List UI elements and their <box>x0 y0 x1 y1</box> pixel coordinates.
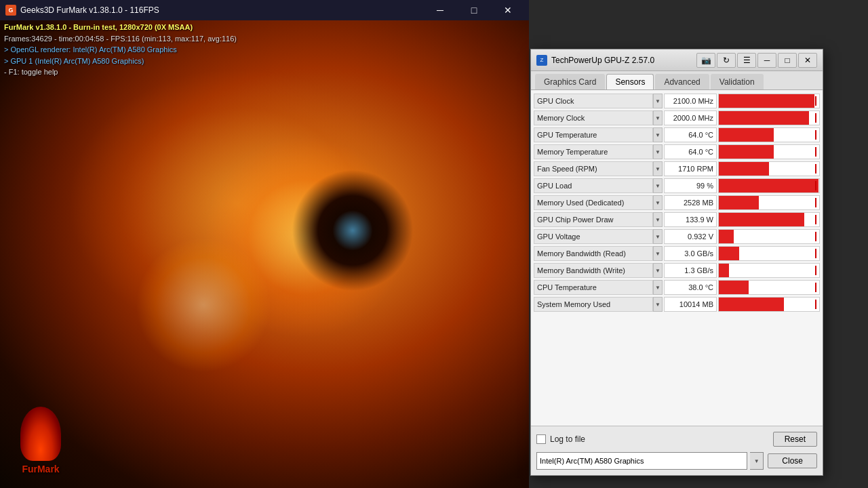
gpu-select-row: Intel(R) Arc(TM) A580 Graphics ▼ Close <box>536 452 817 470</box>
reset-button[interactable]: Reset <box>773 432 817 447</box>
gpuz-window: Z TechPowerUp GPU-Z 2.57.0 📷 ↻ ☰ ─ □ ✕ G… <box>530 49 823 476</box>
sensor-bar <box>719 128 774 142</box>
furmark-info: FurMark v1.38.1.0 - Burn-in test, 1280x7… <box>4 22 237 78</box>
gpuz-minimize-button[interactable]: ─ <box>757 53 776 68</box>
sensor-label: Fan Speed (RPM) <box>534 161 653 176</box>
sensor-name-container: GPU Voltage ▼ <box>534 229 663 244</box>
sensor-bar-container <box>718 246 820 261</box>
sensor-value: 133.9 W <box>664 212 717 227</box>
gpuz-restore-button[interactable]: □ <box>778 53 797 68</box>
sensor-value: 10014 MB <box>664 297 717 312</box>
furmark-info-line1: FurMark v1.38.1.0 - Burn-in test, 1280x7… <box>4 22 237 33</box>
log-row: Log to file Reset <box>536 432 817 447</box>
furmark-window-controls: ─ □ ✕ <box>425 0 524 20</box>
sensor-row: GPU Clock ▼ 2100.0 MHz <box>534 93 820 109</box>
sensor-bar <box>719 196 759 209</box>
sensor-bar <box>719 247 739 260</box>
gpuz-menu-button[interactable]: ☰ <box>737 53 756 68</box>
sensor-peak-line <box>815 164 816 174</box>
sensor-row: GPU Chip Power Draw ▼ 133.9 W <box>534 211 820 228</box>
sensor-bar-container <box>718 212 820 227</box>
furmark-logo: FurMark <box>20 407 61 474</box>
sensor-name-container: GPU Temperature ▼ <box>534 127 663 142</box>
sensor-label: Memory Used (Dedicated) <box>534 195 653 210</box>
sensor-dropdown-8[interactable]: ▼ <box>653 229 663 244</box>
sensor-dropdown-12[interactable]: ▼ <box>653 297 663 312</box>
tab-validation[interactable]: Validation <box>711 74 764 89</box>
gpuz-refresh-button[interactable]: ↻ <box>717 53 736 68</box>
sensor-row: Fan Speed (RPM) ▼ 1710 RPM <box>534 161 820 177</box>
sensor-dropdown-1[interactable]: ▼ <box>653 110 663 125</box>
sensor-label: Memory Bandwidth (Read) <box>534 246 653 261</box>
sensor-bar-container <box>718 94 820 108</box>
tab-advanced[interactable]: Advanced <box>655 74 709 89</box>
sensor-value: 2100.0 MHz <box>664 94 717 108</box>
sensor-dropdown-5[interactable]: ▼ <box>653 178 663 193</box>
sensor-dropdown-10[interactable]: ▼ <box>653 263 663 278</box>
gpuz-bottom-panel: Log to file Reset Intel(R) Arc(TM) A580 … <box>531 426 823 475</box>
furmark-info-line2: Frames:34629 - time:00:04:58 - FPS:116 (… <box>4 33 237 45</box>
sensor-bar-container <box>718 144 820 159</box>
gpuz-camera-button[interactable]: 📷 <box>696 53 715 68</box>
sensor-label: System Memory Used <box>534 297 653 312</box>
gpuz-tab-bar: Graphics Card Sensors Advanced Validatio… <box>531 71 823 90</box>
sensor-peak-line <box>815 96 816 106</box>
furmark-flame-icon <box>20 407 61 461</box>
furmark-titlebar: G Geeks3D FurMark v1.38.1.0 - 116FPS ─ □… <box>0 0 529 20</box>
sensor-row: GPU Load ▼ 99 % <box>534 178 820 194</box>
sensor-peak-line <box>815 198 816 207</box>
gpu-selector[interactable]: Intel(R) Arc(TM) A580 Graphics <box>536 452 747 470</box>
sensor-label: GPU Chip Power Draw <box>534 212 653 227</box>
sensor-name-container: CPU Temperature ▼ <box>534 280 663 295</box>
sensor-bar-container <box>718 127 820 142</box>
sensor-name-container: Fan Speed (RPM) ▼ <box>534 161 663 176</box>
sensor-peak-line <box>815 283 816 292</box>
furmark-info-line3: > OpenGL renderer: Intel(R) Arc(TM) A580… <box>4 44 237 56</box>
sensor-bar <box>719 298 784 311</box>
sensor-row: GPU Temperature ▼ 64.0 °C <box>534 127 820 143</box>
sensor-dropdown-11[interactable]: ▼ <box>653 280 663 295</box>
sensor-bar <box>719 145 774 159</box>
sensor-row: Memory Bandwidth (Read) ▼ 3.0 GB/s <box>534 245 820 262</box>
sensor-value: 3.0 GB/s <box>664 246 717 261</box>
furmark-maximize-button[interactable]: □ <box>458 0 490 20</box>
log-to-file-checkbox[interactable] <box>536 434 546 444</box>
sensor-dropdown-6[interactable]: ▼ <box>653 195 663 210</box>
tab-graphics-card[interactable]: Graphics Card <box>535 74 605 89</box>
gpu-select-arrow[interactable]: ▼ <box>750 452 764 470</box>
sensor-bar <box>719 162 769 176</box>
sensor-dropdown-0[interactable]: ▼ <box>653 94 663 108</box>
sensor-value: 99 % <box>664 178 717 193</box>
sensor-bar <box>719 264 729 277</box>
sensor-label: Memory Temperature <box>534 144 653 159</box>
close-button[interactable]: Close <box>768 453 817 468</box>
furmark-close-button[interactable]: ✕ <box>492 0 524 20</box>
sensor-dropdown-9[interactable]: ▼ <box>653 246 663 261</box>
furmark-logo-text: FurMark <box>22 464 59 474</box>
sensor-value: 64.0 °C <box>664 127 717 142</box>
gpuz-close-button[interactable]: ✕ <box>798 53 817 68</box>
sensor-row: CPU Temperature ▼ 38.0 °C <box>534 279 820 296</box>
gpuz-window-controls: 📷 ↻ ☰ ─ □ ✕ <box>696 53 817 68</box>
sensor-dropdown-4[interactable]: ▼ <box>653 161 663 176</box>
sensor-bar-container <box>718 195 820 210</box>
sensor-value: 1710 RPM <box>664 161 717 176</box>
sensor-bar-container <box>718 297 820 312</box>
sensor-name-container: GPU Load ▼ <box>534 178 663 193</box>
sensor-value: 38.0 °C <box>664 280 717 295</box>
sensor-name-container: Memory Used (Dedicated) ▼ <box>534 195 663 210</box>
furmark-minimize-button[interactable]: ─ <box>425 0 456 20</box>
sensor-label: GPU Load <box>534 178 653 193</box>
sensor-row: System Memory Used ▼ 10014 MB <box>534 296 820 312</box>
tab-sensors[interactable]: Sensors <box>606 74 654 89</box>
sensor-bar <box>719 94 814 108</box>
sensor-dropdown-7[interactable]: ▼ <box>653 212 663 227</box>
sensor-value: 2000.0 MHz <box>664 110 717 125</box>
sensor-dropdown-2[interactable]: ▼ <box>653 127 663 142</box>
sensor-bar <box>719 281 749 294</box>
sensor-label: CPU Temperature <box>534 280 653 295</box>
sensor-dropdown-3[interactable]: ▼ <box>653 144 663 159</box>
furmark-info-line4: > GPU 1 (Intel(R) Arc(TM) A580 Graphics) <box>4 56 237 67</box>
sensor-peak-line <box>815 266 816 275</box>
sensor-peak-line <box>815 249 816 258</box>
